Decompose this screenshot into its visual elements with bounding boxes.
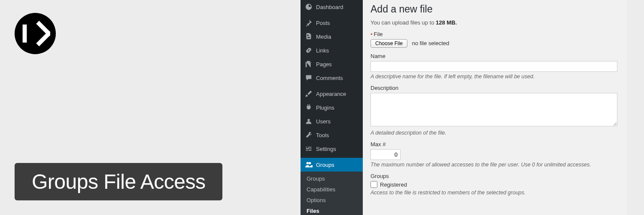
current-arrow-icon [363,161,366,168]
pages-icon [305,60,313,68]
sidebar-label: Posts [316,20,330,26]
submenu-item-options[interactable]: Options [301,195,363,206]
sidebar-label: Pages [316,61,332,68]
required-marker: • [371,31,373,37]
max-help: The maximum number of allowed accesses t… [371,162,619,168]
main-content: Add a new file You can upload files up t… [363,0,627,215]
name-help: A descriptive name for the file. If left… [371,74,619,80]
sidebar-item-links[interactable]: Links [301,43,363,57]
sidebar-label: Users [316,118,331,125]
submenu-item-groups[interactable]: Groups [301,173,363,184]
admin-sidebar: Dashboard Posts Media Links Pages Comm [301,0,363,215]
sidebar-label: Groups [316,162,334,168]
name-input[interactable] [371,61,617,72]
sidebar-item-appearance[interactable]: Appearance [301,87,363,101]
sidebar-label: Tools [316,132,329,138]
svg-rect-2 [36,31,50,46]
groups-icon [305,161,313,169]
choose-file-button[interactable]: Choose File [371,39,407,48]
description-input[interactable] [371,93,617,126]
svg-rect-0 [23,25,27,43]
plug-icon [305,104,313,111]
sliders-icon [305,145,313,153]
name-label: Name [371,53,619,59]
description-label: Description [371,85,619,91]
sidebar-label: Settings [316,146,336,152]
sidebar-label: Dashboard [316,4,343,10]
pin-icon [305,19,313,27]
max-label: Max # [371,141,619,147]
sidebar-label: Comments [316,75,343,81]
sidebar-item-tools[interactable]: Tools [301,128,363,142]
submenu-item-capabilities[interactable]: Capabilities [301,184,363,195]
file-label: •File [371,31,619,37]
sidebar-item-plugins[interactable]: Plugins [301,101,363,114]
sidebar-submenu: Groups Capabilities Options Files [301,172,363,215]
registered-checkbox[interactable] [371,181,377,188]
sidebar-item-groups[interactable]: Groups [301,158,363,172]
wrench-icon [305,131,313,139]
media-icon [305,33,313,40]
sidebar-item-settings[interactable]: Settings [301,142,363,156]
users-icon [305,117,313,125]
brush-icon [305,90,313,98]
plugin-title-box: Groups File Access [15,163,222,200]
comments-icon [305,74,313,82]
brand-logo [15,13,56,54]
sidebar-item-users[interactable]: Users [301,114,363,128]
submenu-item-files[interactable]: Files [301,206,363,215]
upload-limit-note: You can upload files up to 128 MB. [371,19,619,26]
sidebar-label: Media [316,34,331,40]
registered-option: Registered [380,181,407,188]
sidebar-item-posts[interactable]: Posts [301,16,363,30]
sidebar-label: Links [316,47,329,54]
sidebar-item-comments[interactable]: Comments [301,71,363,85]
sidebar-label: Appearance [316,91,346,97]
description-help: A detailed description of the file. [371,130,619,136]
max-input[interactable] [371,149,401,160]
sidebar-label: Plugins [316,104,334,111]
sidebar-item-media[interactable]: Media [301,30,363,43]
groups-help: Access to the file is restricted to memb… [371,190,619,196]
page-heading: Add a new file [371,3,619,15]
link-icon [305,46,313,54]
sidebar-item-pages[interactable]: Pages [301,57,363,71]
sidebar-item-dashboard[interactable]: Dashboard [301,0,363,14]
file-selected-status: no file selected [412,40,449,46]
plugin-title: Groups File Access [32,170,205,194]
dashboard-icon [305,3,313,11]
groups-label: Groups [371,173,619,179]
